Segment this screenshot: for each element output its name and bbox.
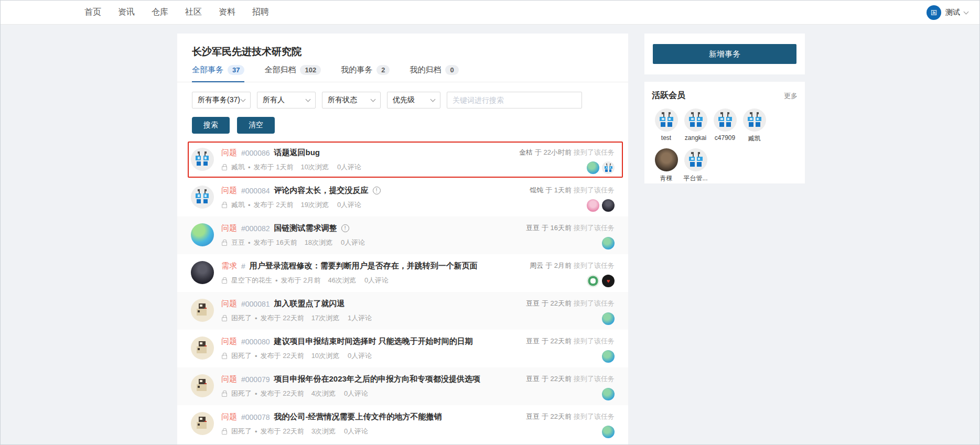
member-item[interactable]: 臧凯 [740, 108, 769, 143]
user-menu[interactable]: 国 测试 [927, 1, 968, 25]
member-item[interactable]: 平台管... [681, 148, 710, 183]
assignee-name[interactable]: 周云 [530, 262, 543, 269]
issue-author[interactable]: 困死了 [231, 389, 252, 398]
issue-author[interactable]: 臧凯 [231, 200, 245, 210]
assigned-action-text: 接到了该任务 [574, 262, 615, 269]
globe-avatar[interactable] [602, 426, 615, 438]
globe-avatar[interactable] [602, 312, 615, 325]
nav-item[interactable]: 资讯 [118, 7, 135, 18]
clear-button[interactable]: 清空 [237, 117, 275, 134]
issue-author[interactable]: 困死了 [231, 427, 252, 436]
blue-butterfly-avatar[interactable] [602, 161, 615, 174]
search-input[interactable] [447, 92, 582, 108]
more-link[interactable]: 更多 [784, 91, 798, 101]
issue-author[interactable]: 星空下的花生 [231, 276, 272, 285]
blue-butterfly-avatar[interactable] [743, 108, 766, 132]
issue-row[interactable]: 需求 # 用户登录流程修改：需要判断用户是否存在，并跳转到一个新页面 星空下的花… [177, 254, 628, 292]
user-name: 测试 [945, 8, 960, 17]
nav-item[interactable]: 招聘 [252, 7, 269, 18]
dog-avatar[interactable] [191, 299, 214, 322]
girl-avatar[interactable] [602, 199, 615, 212]
pink-flower-avatar[interactable] [587, 199, 599, 212]
issue-title[interactable]: 评论内容太长，提交没反应 [274, 186, 369, 196]
issue-title[interactable]: 加入联盟点了就闪退 [274, 299, 345, 309]
filter-select[interactable]: 所有状态 [322, 92, 381, 108]
nav-item[interactable]: 社区 [185, 7, 202, 18]
blue-butterfly-avatar[interactable] [191, 186, 214, 209]
assignee-name[interactable]: 馄饨 [530, 186, 543, 194]
issue-author[interactable]: 困死了 [231, 351, 252, 361]
issue-title[interactable]: 国链测试需求调整 [274, 223, 337, 233]
issue-main: 问题 #000084 评论内容太长，提交没反应 臧凯 • 发布于 2天前 19次… [221, 186, 504, 210]
blue-butterfly-avatar[interactable] [714, 108, 737, 132]
issue-title[interactable]: 我的公司-经营情况需要上传文件的地方不能撤销 [274, 412, 442, 422]
filter-select[interactable]: 所有人 [257, 92, 316, 108]
member-item[interactable]: zangkai [681, 108, 710, 143]
blue-butterfly-avatar[interactable] [684, 108, 707, 132]
globe-avatar[interactable] [587, 161, 599, 174]
dog-avatar[interactable] [191, 412, 214, 435]
issue-main: 问题 #000086 话题返回bug 臧凯 • 发布于 1天前 10次浏览 0人… [221, 148, 504, 172]
new-issue-card: 新增事务 [644, 34, 805, 74]
emblem-avatar[interactable] [587, 275, 599, 287]
assignee-name[interactable]: 金桔 [519, 148, 533, 156]
issue-author[interactable]: 困死了 [231, 313, 252, 323]
nav-items: 首页 资讯 仓库 社区 资料 招聘 [84, 7, 269, 18]
issue-row[interactable]: 问题 #000078 我的公司-经营情况需要上传文件的地方不能撤销 困死了 • … [177, 405, 628, 443]
filter-select[interactable]: 所有事务(37) [192, 92, 251, 108]
page-title: 长沙军民先进技术研究院 [177, 34, 628, 59]
assignee-name[interactable]: 豆豆 [526, 224, 540, 232]
issue-title[interactable]: 建议项目申报结束时间选择时 只能选晚于开始时间的日期 [274, 337, 473, 346]
nav-item[interactable]: 资料 [219, 7, 235, 18]
member-item[interactable]: 青稞 [652, 148, 681, 183]
filter-select[interactable]: 优先级 [387, 92, 440, 108]
blue-butterfly-avatar[interactable] [684, 148, 707, 171]
globe-avatar[interactable] [602, 237, 615, 249]
new-issue-button[interactable]: 新增事务 [653, 44, 796, 64]
globe-avatar[interactable] [602, 350, 615, 363]
blue-butterfly-avatar[interactable] [655, 108, 678, 132]
issue-assignment: 周云于 2月前接到了该任务 [504, 261, 615, 287]
girl-avatar[interactable] [191, 261, 214, 284]
assignee-avatars [504, 350, 615, 363]
unlock-icon [222, 204, 227, 208]
tab[interactable]: 全部事务 37 [192, 65, 244, 82]
dog-avatar[interactable] [191, 337, 214, 360]
issue-row[interactable]: 问题 #000084 评论内容太长，提交没反应 臧凯 • 发布于 2天前 19次… [177, 179, 628, 216]
issue-id: #000086 [241, 149, 270, 157]
nav-item[interactable]: 首页 [84, 7, 101, 18]
assignee-name[interactable]: 豆豆 [526, 375, 540, 383]
assigned-time: 于 2月前 [545, 262, 572, 269]
issue-row[interactable]: 问题 #000086 话题返回bug 臧凯 • 发布于 1天前 10次浏览 0人… [177, 141, 628, 179]
issue-row[interactable]: 问题 #000080 建议项目申报结束时间选择时 只能选晚于开始时间的日期 困死… [177, 330, 628, 367]
tab[interactable]: 我的事务 2 [341, 65, 390, 82]
globe-avatar[interactable] [602, 388, 615, 400]
dog-avatar[interactable] [191, 374, 214, 397]
issue-row[interactable]: 问题 #000079 项目申报年份在2023年之后的申报方向和专项都没提供选项 … [177, 367, 628, 405]
member-item[interactable]: c47909 [710, 108, 739, 143]
assignee-name[interactable]: 豆豆 [526, 299, 540, 307]
issue-title[interactable]: 项目申报年份在2023年之后的申报方向和专项都没提供选项 [274, 374, 480, 384]
issue-title[interactable]: 话题返回bug [274, 148, 320, 158]
issue-row[interactable]: 问题 #000081 加入联盟点了就闪退 困死了 • 发布于 22天前 17次浏… [177, 292, 628, 330]
member-item[interactable]: test [652, 108, 681, 143]
portrait-avatar[interactable] [655, 148, 678, 171]
issue-views: 46次浏览 [328, 276, 356, 285]
meta-bullet: • [275, 277, 278, 285]
search-button[interactable]: 搜索 [192, 117, 230, 134]
issue-author[interactable]: 臧凯 [231, 162, 245, 172]
black-heart-avatar[interactable] [602, 275, 615, 287]
tab[interactable]: 我的归档 0 [410, 65, 458, 82]
tab-count-badge: 2 [376, 65, 390, 75]
issue-posted-time: 发布于 2天前 [254, 200, 294, 210]
issue-title[interactable]: 用户登录流程修改：需要判断用户是否存在，并跳转到一个新页面 [250, 261, 478, 271]
tab[interactable]: 全部归档 102 [264, 65, 321, 82]
cartoon-avatar[interactable] [191, 223, 214, 246]
nav-item[interactable]: 仓库 [152, 7, 168, 18]
issue-row[interactable]: 问题 #000082 国链测试需求调整 豆豆 • 发布于 16天前 18次浏览 … [177, 216, 628, 254]
assignee-name[interactable]: 豆豆 [526, 413, 540, 420]
issue-author[interactable]: 豆豆 [231, 238, 245, 247]
assignee-name[interactable]: 豆豆 [526, 337, 540, 345]
blue-butterfly-avatar[interactable] [191, 148, 214, 171]
user-avatar[interactable]: 国 [927, 5, 941, 20]
